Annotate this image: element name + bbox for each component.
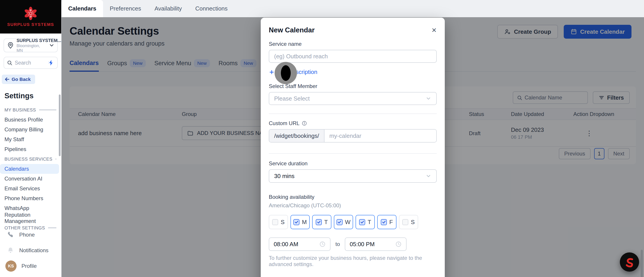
profile-menu-item[interactable]: KS Profile [0, 258, 61, 274]
day-monday[interactable]: M [290, 215, 310, 229]
start-time-input[interactable]: 08:00 AM [269, 238, 330, 251]
time-range-row: 08:00 AM to 05:00 PM [269, 238, 437, 251]
plus-icon [269, 69, 274, 75]
notifications-label: Notifications [19, 247, 48, 254]
app-screen: Calendars Preferences Availability Conne… [0, 0, 644, 277]
checkbox-checked[interactable] [294, 219, 300, 225]
location-city: Bloomington, MN [16, 43, 46, 53]
sidebar-item-calendars[interactable]: Calendars [0, 164, 59, 174]
close-icon[interactable]: ✕ [432, 26, 437, 34]
chevron-down-icon [49, 42, 54, 48]
checkbox-checked[interactable] [336, 219, 342, 225]
go-back-button[interactable]: Go Back [2, 75, 35, 84]
custom-url-group: /widget/bookings/ [269, 129, 437, 143]
day-label: S [281, 219, 284, 226]
staff-select-placeholder: Please Select [274, 95, 310, 102]
section-business-services: BUSINESS SERVICES [0, 154, 61, 164]
service-duration-select[interactable]: 30 mins [269, 169, 437, 183]
brand-name: SURPLUS SYSTEMS [7, 22, 54, 27]
top-tab-preferences[interactable]: Preferences [103, 0, 148, 17]
arrow-left-icon [4, 77, 10, 82]
top-tab-connections[interactable]: Connections [188, 0, 234, 17]
bell-icon [7, 247, 14, 254]
search-icon [7, 60, 12, 66]
to-word: to [336, 241, 340, 247]
custom-url-label: Custom URL [269, 120, 437, 126]
sidebar-item-company-billing[interactable]: Company Billing [0, 125, 61, 134]
custom-url-label-text: Custom URL [269, 120, 300, 126]
checkbox-checked[interactable] [381, 219, 387, 225]
staff-select[interactable]: Please Select [269, 92, 437, 105]
day-label: M [302, 219, 307, 226]
settings-heading: Settings [4, 92, 61, 100]
sidebar-item-my-staff[interactable]: My Staff [0, 134, 61, 144]
cursor-dot [281, 65, 291, 81]
day-label: T [368, 219, 371, 226]
start-time-value: 08:00 AM [274, 241, 298, 248]
sidebar-scrollbar-thumb[interactable] [59, 94, 60, 156]
clock-icon [319, 241, 326, 247]
location-name: SURPLUS SYSTEM... [16, 38, 46, 43]
day-saturday[interactable]: S [399, 215, 418, 229]
day-wednesday[interactable]: W [334, 215, 353, 229]
notifications-menu-item[interactable]: Notifications [0, 243, 61, 258]
avatar: KS [5, 261, 16, 272]
checkbox-unchecked[interactable] [402, 219, 408, 225]
end-time-value: 05:00 PM [350, 241, 374, 248]
info-icon [302, 121, 307, 126]
sidebar-search-input[interactable] [15, 60, 46, 66]
location-text: SURPLUS SYSTEM... Bloomington, MN [16, 38, 46, 53]
map-pin-icon [7, 41, 14, 49]
day-tuesday[interactable]: T [312, 215, 332, 229]
chat-widget-button[interactable] [620, 253, 639, 272]
brand-flower-icon [24, 6, 38, 20]
weekday-checkboxes: S M T W T F S [269, 215, 437, 229]
day-friday[interactable]: F [377, 215, 396, 229]
divider [269, 113, 437, 114]
settings-nav: MY BUSINESS Business Profile Company Bil… [0, 105, 61, 233]
service-name-input[interactable] [269, 50, 437, 63]
sidebar-item-phone-numbers[interactable]: Phone Numbers [0, 194, 61, 203]
sidebar-item-reputation-management[interactable]: Reputation Management [0, 213, 61, 223]
top-tab-bar: Calendars Preferences Availability Conne… [62, 0, 644, 17]
top-tab-calendars[interactable]: Calendars [62, 0, 103, 17]
page-scrollbar-thumb[interactable] [641, 250, 643, 277]
day-label: T [324, 219, 328, 226]
day-label: S [411, 219, 414, 226]
checkbox-checked[interactable] [316, 219, 322, 225]
ai-bolt-icon[interactable] [48, 59, 54, 66]
sidebar-item-email-services[interactable]: Email Services [0, 184, 61, 194]
day-sunday[interactable]: S [269, 215, 288, 229]
day-thursday[interactable]: T [356, 215, 375, 229]
day-label: F [389, 219, 393, 226]
phone-icon [7, 231, 14, 239]
day-label: W [345, 219, 350, 226]
custom-url-input[interactable] [324, 130, 436, 142]
staff-label: Select Staff Member [269, 83, 437, 89]
location-switcher[interactable]: SURPLUS SYSTEM... Bloomington, MN [4, 38, 58, 52]
url-prefix: /widget/bookings/ [269, 130, 324, 142]
divider [269, 153, 437, 154]
section-my-business: MY BUSINESS [0, 105, 61, 115]
checkbox-unchecked[interactable] [272, 219, 278, 225]
clock-icon [395, 241, 402, 247]
checkbox-checked[interactable] [359, 219, 365, 225]
sidebar-search[interactable] [4, 57, 58, 69]
chevron-down-icon [426, 173, 431, 179]
booking-availability-label: Booking availability [269, 194, 437, 200]
sidebar-item-conversation-ai[interactable]: Conversation AI [0, 174, 61, 184]
modal-header: New Calendar ✕ [269, 18, 437, 34]
go-back-label: Go Back [12, 77, 31, 82]
top-tab-availability[interactable]: Availability [148, 0, 188, 17]
sidebar-item-business-profile[interactable]: Business Profile [0, 115, 61, 125]
profile-label: Profile [22, 263, 37, 269]
timezone-text: America/Chicago (UTC-05:00) [269, 202, 437, 209]
new-calendar-modal: New Calendar ✕ Service name Add descript… [261, 18, 445, 277]
phone-menu-item[interactable]: Phone [0, 227, 61, 243]
sidebar-item-pipelines[interactable]: Pipelines [0, 144, 61, 154]
end-time-input[interactable]: 05:00 PM [345, 238, 406, 251]
service-name-label: Service name [269, 41, 437, 47]
modal-title: New Calendar [269, 26, 314, 34]
sidebar-footer: Phone Notifications KS Profile [0, 227, 61, 274]
chevron-down-icon [426, 96, 431, 101]
